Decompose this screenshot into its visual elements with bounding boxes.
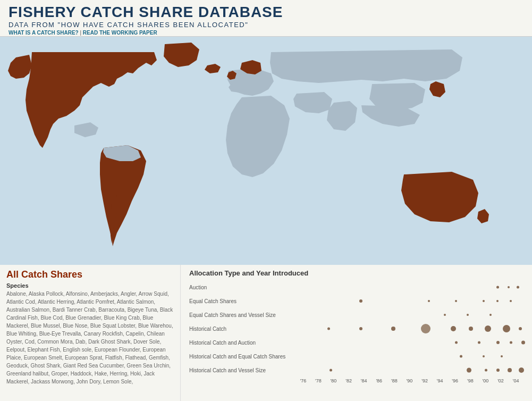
- chart-dots-hist-auction: [295, 337, 523, 348]
- species-panel: All Catch Shares Species Abalone, Alaska…: [0, 265, 181, 401]
- world-map-svg: [0, 36, 532, 265]
- chart-label-equal-vessel: Equal Catch Shares and Vessel Size: [189, 312, 295, 318]
- chart-dots-hist-vessel: [295, 364, 523, 376]
- x-axis-label: '84: [356, 378, 371, 383]
- x-axis-label: '80: [326, 378, 341, 383]
- chart-label-hist-auction: Historical Catch and Auction: [189, 340, 295, 346]
- species-label: Species: [6, 282, 174, 289]
- page-header: FISHERY CATCH SHARE DATABASE DATA FROM "…: [0, 0, 532, 36]
- species-heading: All Catch Shares: [6, 269, 174, 280]
- page-subtitle: DATA FROM "HOW HAVE CATCH SHARES BEEN AL…: [9, 21, 523, 29]
- chart-row-hist-equal: Historical Catch and Equal Catch Shares: [189, 350, 523, 362]
- x-axis-label: '00: [478, 378, 493, 383]
- chart-dots-equal-vessel: [295, 309, 523, 321]
- chart-label-hist-vessel: Historical Catch and Vessel Size: [189, 367, 295, 373]
- chart-label-auction: Auction: [189, 285, 295, 290]
- x-axis-label: '96: [447, 378, 463, 383]
- working-paper-link[interactable]: READ THE WORKING PAPER: [83, 30, 157, 36]
- chart-row-hist-auction: Historical Catch and Auction: [189, 337, 523, 348]
- x-axis: '76'78'80'82'84'86'88'90'92'94'96'98'00'…: [295, 378, 523, 383]
- chart-row-equal-vessel: Equal Catch Shares and Vessel Size: [189, 309, 523, 321]
- x-axis-label: '88: [387, 378, 402, 383]
- page-title: FISHERY CATCH SHARE DATABASE: [9, 4, 523, 21]
- chart-panel: Allocation Type and Year Introduced Auct…: [181, 265, 532, 401]
- x-axis-label: '94: [432, 378, 447, 383]
- species-list: Abalone, Alaska Pollock, Alfonsino, Ambe…: [6, 290, 174, 386]
- chart-title: Allocation Type and Year Introduced: [189, 269, 523, 277]
- chart-row-equal: Equal Catch Shares: [189, 295, 523, 307]
- chart-row-hist-vessel: Historical Catch and Vessel Size: [189, 364, 523, 376]
- x-axis-label: '02: [493, 378, 509, 383]
- x-axis-label: '98: [463, 378, 478, 383]
- x-axis-label: '76: [295, 378, 311, 383]
- x-axis-label: '86: [371, 378, 387, 383]
- x-axis-label: '90: [402, 378, 417, 383]
- chart-dots-auction: [295, 281, 523, 293]
- chart-dots-equal: [295, 295, 523, 307]
- x-axis-label: '04: [508, 378, 523, 383]
- x-axis-label: '82: [341, 378, 357, 383]
- chart-label-historical: Historical Catch: [189, 326, 295, 332]
- x-axis-label: '78: [311, 378, 326, 383]
- chart-label-equal: Equal Catch Shares: [189, 298, 295, 304]
- chart-row-historical: Historical Catch: [189, 323, 523, 335]
- world-map-container: [0, 36, 532, 265]
- chart-row-auction: Auction: [189, 281, 523, 293]
- map-divider: [0, 36, 532, 37]
- chart-dots-hist-equal: [295, 350, 523, 362]
- bottom-panel: All Catch Shares Species Abalone, Alaska…: [0, 265, 532, 401]
- chart-dots-historical: [295, 323, 523, 335]
- sublinks: WHAT IS A CATCH SHARE? | READ THE WORKIN…: [9, 30, 523, 36]
- chart-label-hist-equal: Historical Catch and Equal Catch Shares: [189, 354, 295, 360]
- x-axis-label: '92: [417, 378, 433, 383]
- catch-share-link[interactable]: WHAT IS A CATCH SHARE?: [9, 30, 79, 36]
